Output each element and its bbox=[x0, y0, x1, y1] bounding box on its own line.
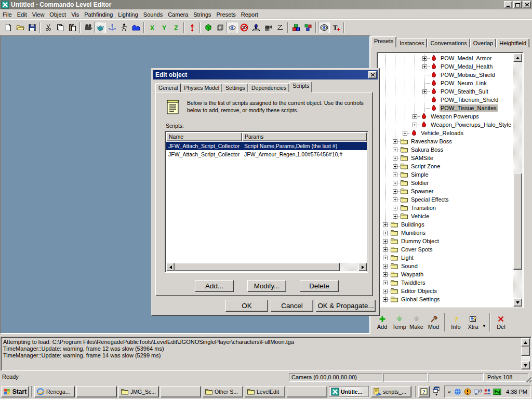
menu-edit[interactable]: Edit bbox=[15, 10, 30, 19]
tree-item[interactable]: POW_Mobius_Shield bbox=[380, 71, 513, 79]
tree-item[interactable]: Script Zone bbox=[380, 162, 513, 170]
dialog-tab-physics-model[interactable]: Physics Model bbox=[181, 83, 222, 92]
tree-item[interactable]: Weapon Powerups bbox=[380, 112, 513, 121]
tree-item[interactable]: POW_Medal_Health bbox=[380, 62, 513, 71]
log-scrollbar[interactable] bbox=[521, 338, 530, 369]
menu-report[interactable]: Report bbox=[238, 10, 261, 19]
tree-item[interactable]: Twiddlers bbox=[380, 278, 513, 287]
render-teapot-button[interactable] bbox=[94, 22, 106, 33]
cut-button[interactable] bbox=[42, 22, 54, 33]
cancel-button[interactable]: Cancel bbox=[271, 300, 313, 312]
scene-camera-button[interactable] bbox=[82, 22, 94, 33]
dialog-tab-general[interactable]: General bbox=[155, 83, 181, 92]
log-scroll-thumb[interactable] bbox=[521, 347, 530, 356]
menu-pathfinding[interactable]: Pathfinding bbox=[82, 10, 115, 19]
column-header-name[interactable]: Name bbox=[166, 132, 242, 141]
tab-conversations[interactable]: Conversations bbox=[427, 38, 470, 48]
expand-toggle[interactable] bbox=[393, 148, 397, 152]
taskbar-button-untitle[interactable]: Untitle... bbox=[329, 386, 369, 397]
tree-scrollbar[interactable] bbox=[513, 54, 522, 307]
x-axis-button[interactable]: X bbox=[146, 22, 158, 33]
open-folder-button[interactable] bbox=[14, 22, 26, 33]
eye-toggle-button[interactable] bbox=[318, 22, 330, 33]
info-preset-button[interactable]: ?Info bbox=[447, 315, 464, 330]
maximize-button[interactable] bbox=[513, 1, 522, 8]
xtra-dropdown-arrow[interactable]: ▼ bbox=[482, 324, 486, 328]
expand-toggle[interactable] bbox=[383, 289, 388, 294]
paste-button[interactable] bbox=[66, 22, 78, 33]
tab-heightfield[interactable]: Heightfield bbox=[496, 38, 529, 48]
expand-toggle[interactable] bbox=[383, 231, 388, 235]
expand-toggle[interactable] bbox=[383, 222, 388, 227]
tree-item[interactable]: Sakura Boss bbox=[380, 145, 513, 154]
tree-item[interactable]: Global Settings bbox=[380, 295, 513, 303]
expand-toggle[interactable] bbox=[383, 264, 388, 269]
add-preset-button[interactable]: Add bbox=[374, 315, 391, 330]
rgb-cubes-button[interactable] bbox=[290, 22, 302, 33]
vertical-drag-button[interactable] bbox=[186, 22, 198, 33]
expand-toggle[interactable] bbox=[393, 214, 397, 219]
rgb-cubes-small-button[interactable] bbox=[302, 22, 314, 33]
expand-toggle[interactable] bbox=[393, 181, 397, 185]
taskbar-button-leveledit[interactable]: LevelEdit bbox=[245, 386, 285, 397]
taskbar-button-scripts[interactable]: scripts_... bbox=[371, 386, 411, 397]
add-script-button[interactable]: Add... bbox=[195, 280, 234, 292]
expand-toggle[interactable] bbox=[393, 172, 397, 177]
save-button[interactable] bbox=[26, 22, 38, 33]
expand-toggle[interactable] bbox=[383, 281, 388, 285]
tray-expand-chevron[interactable]: « bbox=[448, 389, 451, 395]
tab-overlap[interactable]: Overlap bbox=[470, 38, 497, 48]
wireframe-cube-button[interactable] bbox=[214, 22, 226, 33]
tree-item[interactable]: Spawner bbox=[380, 187, 513, 195]
script-row[interactable]: JFW_Attach_Script_CollectorJFW_Armour_Re… bbox=[166, 150, 367, 158]
del-preset-button[interactable]: Del bbox=[493, 315, 510, 330]
dialog-tab-scripts[interactable]: Scripts bbox=[289, 81, 312, 92]
menu-lighting[interactable]: Lighting bbox=[115, 10, 141, 19]
angle-tool-button[interactable] bbox=[274, 22, 286, 33]
taskbar-button-empty[interactable] bbox=[161, 386, 201, 397]
menu-vis[interactable]: Vis bbox=[69, 10, 82, 19]
tab-presets[interactable]: Presets bbox=[371, 36, 396, 48]
tree-item[interactable]: POW_Tissue_Nanites bbox=[380, 104, 513, 112]
tree-item[interactable]: Vehicle_Reloads bbox=[380, 129, 513, 137]
taskbar-button-others[interactable]: Other S... bbox=[203, 386, 243, 397]
tree-item[interactable]: Vehicle bbox=[380, 212, 513, 220]
tree-item[interactable]: POW_Neuro_Link bbox=[380, 79, 513, 87]
new-document-button[interactable] bbox=[2, 22, 14, 33]
hscroll-thumb[interactable] bbox=[175, 263, 340, 271]
taskbar-button-jmgsc[interactable]: JMG_Sc... bbox=[118, 386, 159, 397]
copy-button[interactable] bbox=[54, 22, 66, 33]
expand-toggle[interactable] bbox=[403, 131, 407, 136]
terrain-button[interactable] bbox=[130, 22, 142, 33]
temp-preset-button[interactable]: Temp bbox=[391, 315, 408, 330]
minimize-button[interactable] bbox=[504, 1, 512, 8]
text-tool-button[interactable]: T bbox=[330, 22, 342, 33]
log-scroll-up[interactable] bbox=[521, 338, 530, 347]
tree-item[interactable]: Sound bbox=[380, 262, 513, 270]
modify-script-button[interactable]: Modify... bbox=[247, 280, 286, 292]
z-axis-button[interactable]: Z bbox=[170, 22, 182, 33]
y-axis-button[interactable]: Y bbox=[158, 22, 170, 33]
menu-presets[interactable]: Presets bbox=[214, 10, 238, 19]
tree-item[interactable]: Raveshaw Boss bbox=[380, 137, 513, 145]
scroll-thumb[interactable] bbox=[513, 173, 522, 270]
expand-toggle[interactable] bbox=[393, 156, 397, 161]
tree-item[interactable]: Buildings bbox=[380, 220, 513, 229]
scroll-up-button[interactable] bbox=[513, 54, 522, 62]
expand-toggle[interactable] bbox=[393, 139, 397, 144]
scroll-right-button[interactable] bbox=[358, 263, 367, 271]
raise-object-button[interactable] bbox=[250, 22, 262, 33]
solid-cube-button[interactable] bbox=[202, 22, 214, 33]
expand-toggle[interactable] bbox=[393, 197, 397, 202]
tree-item[interactable]: SAMSite bbox=[380, 154, 513, 162]
dolly-camera-button[interactable] bbox=[262, 22, 274, 33]
tree-item[interactable]: POW_Tiberium_Shield bbox=[380, 96, 513, 104]
dialog-tab-settings[interactable]: Settings bbox=[222, 83, 248, 92]
tree-item[interactable]: Waypath bbox=[380, 270, 513, 278]
expand-toggle[interactable] bbox=[422, 64, 427, 69]
script-row[interactable]: JFW_Attach_Script_CollectorScript Name,P… bbox=[166, 142, 367, 150]
mod-preset-button[interactable]: Mod bbox=[425, 315, 442, 330]
dialog-tab-dependencies[interactable]: Dependencies bbox=[248, 83, 289, 92]
dialog-close-button[interactable] bbox=[368, 71, 377, 78]
ok-button[interactable]: OK bbox=[225, 300, 268, 312]
